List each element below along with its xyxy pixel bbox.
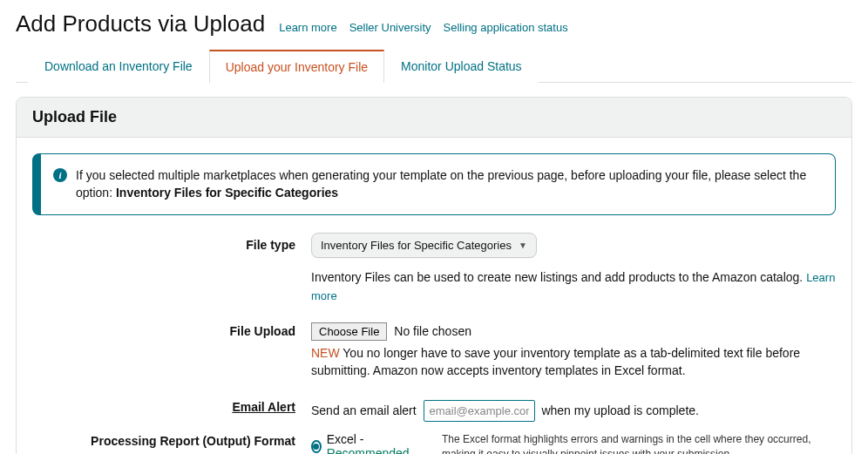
- panel-title: Upload File: [17, 98, 851, 138]
- format-note: The Excel format highlights errors and w…: [442, 432, 836, 454]
- info-alert: i If you selected multiple marketplaces …: [32, 153, 836, 215]
- selling-app-status-link[interactable]: Selling application status: [444, 21, 568, 34]
- chevron-down-icon: ▼: [519, 241, 527, 250]
- file-type-select[interactable]: Inventory Files for Specific Categories …: [311, 233, 537, 258]
- tab-upload-inventory[interactable]: Upload your Inventory File: [209, 50, 384, 83]
- file-type-label: File type: [32, 233, 311, 252]
- recommended-tag: Recommended: [327, 446, 410, 454]
- info-icon: i: [53, 168, 67, 182]
- file-type-selected: Inventory Files for Specific Categories: [321, 239, 512, 252]
- alert-strong: Inventory Files for Specific Categories: [116, 186, 338, 200]
- choose-file-button[interactable]: Choose File: [311, 322, 387, 341]
- seller-university-link[interactable]: Seller University: [349, 21, 431, 34]
- email-input[interactable]: [424, 400, 535, 422]
- upload-file-panel: Upload File i If you selected multiple m…: [16, 97, 852, 454]
- radio-excel-label: Excel: [327, 432, 356, 446]
- tab-bar: Download an Inventory File Upload your I…: [16, 50, 852, 83]
- page-title: Add Products via Upload: [16, 10, 265, 37]
- radio-excel[interactable]: [311, 440, 322, 453]
- file-status: No file chosen: [394, 324, 471, 338]
- format-label: Processing Report (Output) Format: [32, 432, 311, 448]
- email-alert-before: Send an email alert: [311, 403, 420, 417]
- file-upload-label: File Upload: [32, 322, 311, 338]
- file-type-help: Inventory Files can be used to create ne…: [311, 270, 806, 284]
- tab-monitor-status[interactable]: Monitor Upload Status: [384, 50, 539, 83]
- file-upload-note: You no longer have to save your inventor…: [311, 346, 800, 377]
- learn-more-link[interactable]: Learn more: [279, 21, 336, 34]
- email-alert-after: when my upload is complete.: [541, 403, 699, 417]
- email-alert-label[interactable]: Email Alert: [32, 396, 311, 414]
- tab-download-inventory[interactable]: Download an Inventory File: [28, 50, 209, 83]
- new-tag: NEW: [311, 346, 340, 360]
